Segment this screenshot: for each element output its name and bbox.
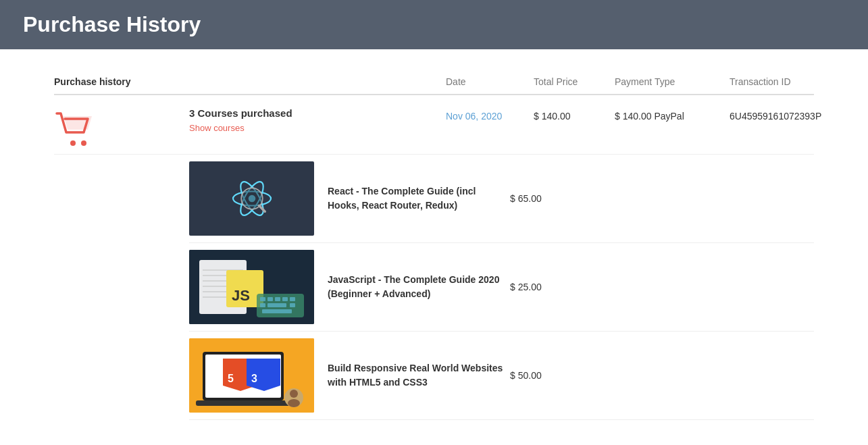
col-header-payment: Payment Type — [615, 76, 730, 87]
svg-rect-31 — [196, 400, 290, 406]
svg-rect-24 — [260, 303, 265, 307]
courses-purchased-label: 3 Courses purchased — [189, 107, 446, 119]
purchase-payment: $ 140.00 PayPal — [615, 107, 730, 122]
purchase-date: Nov 06, 2020 — [446, 107, 534, 122]
col-header-date: Date — [446, 76, 534, 87]
purchase-total: $ 140.00 — [534, 107, 615, 122]
svg-point-38 — [288, 399, 300, 407]
purchase-row: 3 Courses purchased Show courses Nov 06,… — [54, 95, 814, 155]
course-name-react: React - The Complete Guide (incl Hooks, … — [328, 184, 503, 213]
purchase-info: 3 Courses purchased Show courses — [189, 107, 446, 134]
svg-point-0 — [70, 140, 76, 146]
svg-line-7 — [259, 206, 265, 212]
show-courses-link[interactable]: Show courses — [189, 123, 245, 133]
course-thumbnail-react — [189, 161, 314, 236]
svg-rect-23 — [290, 297, 295, 301]
main-content: Purchase history Date Total Price Paymen… — [0, 49, 868, 445]
courses-list: React - The Complete Guide (incl Hooks, … — [54, 155, 814, 420]
course-name-js: JavaScript - The Complete Guide 2020 (Be… — [328, 273, 503, 301]
html-background-icon: 5 3 — [189, 338, 314, 413]
js-background-icon: JS — [189, 250, 314, 324]
course-price-js: $ 25.00 — [510, 282, 591, 292]
course-thumbnail-js: JS — [189, 250, 314, 324]
svg-text:5: 5 — [228, 373, 234, 384]
course-item: React - The Complete Guide (incl Hooks, … — [189, 155, 814, 243]
course-item: JS — [189, 243, 814, 332]
svg-text:JS: JS — [232, 287, 250, 304]
svg-rect-25 — [267, 303, 286, 307]
col-header-title: Purchase history — [54, 76, 446, 87]
purchase-transaction: 6U45959161072393P — [730, 107, 821, 122]
cart-icon — [54, 111, 95, 147]
svg-rect-27 — [262, 309, 292, 313]
col-header-transaction: Transaction ID — [730, 76, 814, 87]
course-price-html: $ 50.00 — [510, 370, 591, 381]
svg-rect-26 — [290, 303, 295, 307]
page-title: Purchase History — [23, 12, 201, 37]
svg-rect-19 — [260, 297, 265, 301]
col-header-price: Total Price — [534, 76, 615, 87]
page-header: Purchase History — [0, 0, 868, 49]
svg-rect-20 — [267, 297, 273, 301]
course-name-html: Build Responsive Real World Websites wit… — [328, 361, 503, 390]
svg-text:3: 3 — [251, 373, 257, 384]
svg-point-37 — [290, 390, 298, 398]
table-header: Purchase history Date Total Price Paymen… — [54, 76, 814, 95]
react-icon — [228, 175, 276, 222]
course-price-react: $ 65.00 — [510, 193, 591, 204]
svg-rect-21 — [275, 297, 280, 301]
purchase-table: Purchase history Date Total Price Paymen… — [54, 76, 814, 420]
course-item: 5 3 Build Responsive Real World Websites… — [189, 332, 814, 420]
svg-rect-22 — [282, 297, 288, 301]
svg-point-1 — [81, 140, 86, 146]
course-thumbnail-html: 5 3 — [189, 338, 314, 413]
cart-icon-col — [54, 107, 189, 147]
